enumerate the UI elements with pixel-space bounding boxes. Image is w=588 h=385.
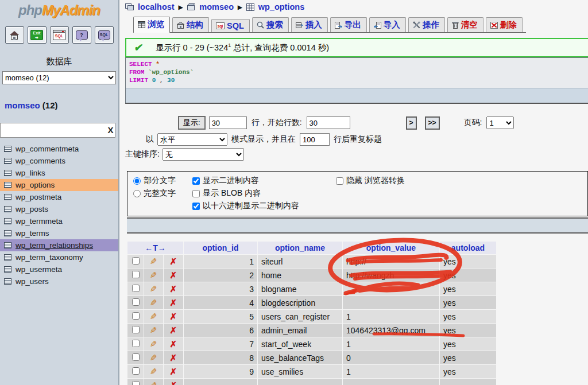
sql-icon: sql <box>216 22 225 29</box>
table-name: wp_links <box>16 169 45 177</box>
browse-icon <box>138 21 145 28</box>
sidebar-table-wp_terms[interactable]: wp_terms <box>0 227 118 239</box>
hide-browser-transform-checkbox[interactable]: 隐藏 浏览器转换 <box>336 176 582 186</box>
sidebar-table-wp_links[interactable]: wp_links <box>0 167 118 179</box>
row-checkbox[interactable] <box>132 298 140 306</box>
start-row-input[interactable] <box>307 116 350 129</box>
sort-key-select[interactable]: 无 <box>163 148 244 161</box>
tab-empty[interactable]: 清空 <box>447 17 483 32</box>
success-text: 显示行 0 - 29 (~3241 总计, 查询花费 0.0014 秒) <box>156 42 329 53</box>
column-header-autoload[interactable]: autoload <box>440 242 496 254</box>
display-mode-select[interactable]: 水平 <box>157 133 227 146</box>
edit-row-button[interactable]: ✎ <box>144 324 163 337</box>
edit-row-button[interactable]: ✎ <box>144 282 163 295</box>
show-blob-checkbox[interactable]: 显示 BLOB 内容 <box>192 188 336 199</box>
breadcrumb-database[interactable]: momseo <box>199 2 234 11</box>
cell-option-name: start_of_week <box>258 337 342 351</box>
row-checkbox[interactable] <box>132 257 140 265</box>
table-filter-input[interactable] <box>1 123 106 137</box>
sidebar-table-wp_term_taxonomy[interactable]: wp_term_taxonomy <box>0 251 118 263</box>
edit-row-button[interactable]: ✎ <box>144 269 163 282</box>
table-name: wp_term_relationships <box>16 241 93 250</box>
tab-browse[interactable]: 浏览 <box>133 17 170 33</box>
delete-row-button[interactable]: ✗ <box>164 351 183 364</box>
delete-x-icon: ✗ <box>169 380 177 385</box>
sidebar-table-wp_term_relationships[interactable]: wp_term_relationships <box>0 239 118 251</box>
tab-structure[interactable]: 结构 <box>172 17 209 32</box>
page-select[interactable]: 1 <box>486 116 514 129</box>
delete-row-button[interactable]: ✗ <box>164 365 183 378</box>
logout-button[interactable]: Exit➜ <box>28 26 47 44</box>
edit-row-button[interactable]: ✎ <box>144 296 163 309</box>
tab-sql[interactable]: sql SQL <box>211 19 250 32</box>
query-window-button[interactable]: SQL <box>50 26 69 44</box>
separator-bar <box>127 217 588 234</box>
edit-row-button[interactable]: ✎ <box>144 351 163 364</box>
column-header-option-value[interactable]: option_value <box>343 242 439 254</box>
column-header-option-id[interactable]: option_id <box>184 242 257 254</box>
partial-text-radio[interactable]: 部分文字 <box>133 176 192 186</box>
table-list: wp_commentmetawp_commentswp_linkswp_opti… <box>0 143 118 287</box>
cell-autoload: yes <box>440 324 496 337</box>
sidebar-table-wp_usermeta[interactable]: wp_usermeta <box>0 263 118 275</box>
sidebar-table-wp_options[interactable]: wp_options <box>0 179 118 191</box>
delete-row-button[interactable]: ✗ <box>164 337 183 351</box>
sidebar-table-wp_commentmeta[interactable]: wp_commentmeta <box>0 143 118 155</box>
show-binary-checkbox[interactable]: 显示二进制内容 <box>192 176 336 186</box>
edit-row-button[interactable]: ✎ <box>144 365 163 378</box>
database-link[interactable]: momseo <box>5 100 40 110</box>
edit-row-button[interactable]: ✎ <box>144 255 163 268</box>
sql-history-button[interactable]: SQL <box>95 26 114 44</box>
pencil-icon: ✎ <box>150 367 157 377</box>
cell-option-name: use_smilies <box>258 365 342 378</box>
binary-hex-checkbox[interactable]: 以十六进制显示二进制内容 <box>192 201 336 211</box>
sidebar-table-wp_comments[interactable]: wp_comments <box>0 155 118 167</box>
rows-count-input[interactable] <box>209 116 247 129</box>
row-checkbox[interactable] <box>132 285 140 292</box>
filter-clear-button[interactable]: X <box>106 123 115 137</box>
delete-row-button[interactable]: ✗ <box>164 255 183 268</box>
delete-row-button[interactable]: ✗ <box>164 310 183 323</box>
row-checkbox[interactable] <box>132 353 140 361</box>
last-page-button[interactable]: >> <box>425 116 440 130</box>
repeat-headers-input[interactable] <box>300 133 330 146</box>
next-page-button[interactable]: > <box>406 116 417 130</box>
cell-autoload: yes <box>440 351 496 364</box>
edit-row-button[interactable]: ✎ <box>144 379 163 385</box>
table-name: wp_usermeta <box>16 265 62 274</box>
delete-row-button[interactable]: ✗ <box>164 269 183 282</box>
home-button[interactable] <box>5 26 24 44</box>
row-checkbox[interactable] <box>132 367 140 375</box>
cell-option-value <box>343 379 439 385</box>
tab-import[interactable]: 导入 <box>369 17 406 32</box>
tab-insert[interactable]: 插入 <box>291 17 328 32</box>
delete-row-button[interactable]: ✗ <box>164 282 183 295</box>
edit-row-button[interactable]: ✎ <box>144 337 163 351</box>
row-checkbox[interactable] <box>132 271 140 278</box>
sidebar-table-wp_users[interactable]: wp_users <box>0 275 118 287</box>
row-checkbox[interactable] <box>132 312 140 320</box>
delete-row-button[interactable]: ✗ <box>164 379 183 385</box>
database-select[interactable]: momseo (12) <box>2 71 116 84</box>
delete-row-button[interactable]: ✗ <box>164 324 183 337</box>
breadcrumb-server[interactable]: localhost <box>138 2 175 11</box>
row-checkbox[interactable] <box>132 381 140 385</box>
column-header-option-name[interactable]: option_name <box>258 242 342 254</box>
table-filter: X <box>0 123 115 138</box>
tab-search[interactable]: 搜索 <box>252 17 289 32</box>
row-checkbox[interactable] <box>132 340 140 347</box>
breadcrumb-table[interactable]: wp_options <box>258 2 305 11</box>
show-button[interactable]: 显示: <box>178 116 206 130</box>
tab-operations[interactable]: 操作 <box>408 17 445 32</box>
column-nav-header[interactable]: ←T→ <box>127 242 183 254</box>
docs-button[interactable]: ? <box>72 26 91 44</box>
row-checkbox[interactable] <box>132 326 140 333</box>
edit-row-button[interactable]: ✎ <box>144 310 163 323</box>
tab-export[interactable]: 导出 <box>330 17 367 32</box>
sidebar-table-wp_termmeta[interactable]: wp_termmeta <box>0 215 118 227</box>
full-text-radio[interactable]: 完整文字 <box>133 188 192 199</box>
tab-drop[interactable]: 删除 <box>486 17 523 32</box>
sidebar-table-wp_postmeta[interactable]: wp_postmeta <box>0 191 118 203</box>
delete-row-button[interactable]: ✗ <box>164 296 183 309</box>
sidebar-table-wp_posts[interactable]: wp_posts <box>0 203 118 215</box>
